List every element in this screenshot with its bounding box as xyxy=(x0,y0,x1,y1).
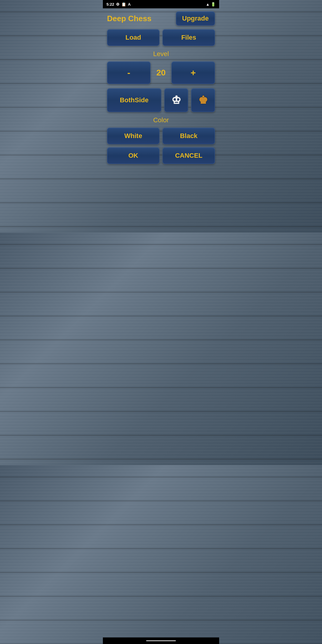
load-button[interactable]: Load xyxy=(107,29,160,46)
level-decrement-button[interactable]: - xyxy=(107,61,151,84)
ok-button[interactable]: OK xyxy=(107,147,160,164)
cancel-button[interactable]: CANCEL xyxy=(162,147,215,164)
level-value: 20 xyxy=(154,68,168,78)
bothside-button[interactable]: BothSide xyxy=(107,88,161,112)
load-files-row: Load Files xyxy=(107,29,215,46)
upgrade-button[interactable]: Upgrade xyxy=(176,11,215,26)
header-row: Deep Chess Upgrade xyxy=(107,11,215,26)
level-increment-button[interactable]: + xyxy=(171,61,215,84)
main-content: Deep Chess Upgrade Load Files Level - 20… xyxy=(103,8,219,173)
status-left: 5:22 ⚙ 📋 A xyxy=(106,2,131,7)
sim-icon: 📋 xyxy=(121,2,126,7)
font-icon: A xyxy=(128,2,131,7)
action-row: OK CANCEL xyxy=(107,147,215,164)
status-right: ▲ 🔋 xyxy=(206,2,216,7)
files-button[interactable]: Files xyxy=(162,29,215,46)
white-king-icon: ♔ xyxy=(171,95,181,106)
white-color-button[interactable]: White xyxy=(107,128,160,144)
black-piece-button[interactable]: ♚ xyxy=(191,88,215,112)
status-time: 5:22 xyxy=(106,2,114,7)
signal-icon: ▲ xyxy=(206,2,210,7)
white-piece-button[interactable]: ♔ xyxy=(164,88,188,112)
battery-icon: 🔋 xyxy=(211,2,216,7)
black-king-icon: ♚ xyxy=(198,95,208,106)
side-row: BothSide ♔ ♚ xyxy=(107,88,215,112)
level-label: Level xyxy=(107,50,215,58)
level-row: - 20 + xyxy=(107,61,215,84)
black-color-button[interactable]: Black xyxy=(162,128,215,144)
app-title: Deep Chess xyxy=(107,14,151,23)
color-label: Color xyxy=(107,116,215,124)
status-bar: 5:22 ⚙ 📋 A ▲ 🔋 xyxy=(103,0,219,8)
color-row: White Black xyxy=(107,128,215,144)
settings-icon: ⚙ xyxy=(116,2,120,7)
